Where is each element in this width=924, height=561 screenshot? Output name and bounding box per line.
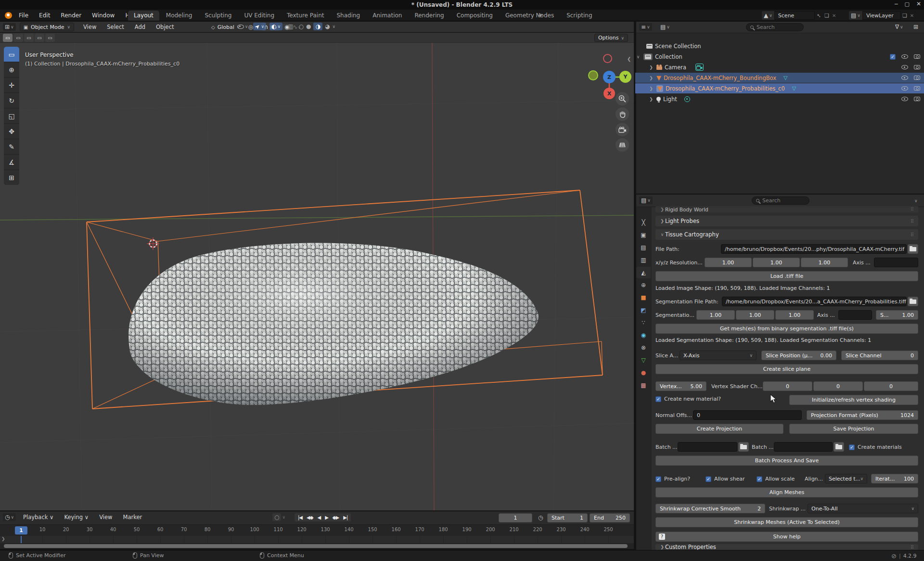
viewlayer-icon[interactable]: ▤∨ bbox=[849, 11, 862, 20]
current-frame-field[interactable]: 1 bbox=[499, 513, 532, 522]
vertex-shader-field-2[interactable]: 0 bbox=[813, 381, 863, 391]
delete-scene-icon[interactable]: ✕ bbox=[831, 13, 837, 18]
outliner-row-collection[interactable]: ∨ Collection ✓ bbox=[635, 52, 924, 62]
end-frame-field[interactable]: End250 bbox=[590, 513, 630, 522]
hide-eye-icon[interactable] bbox=[901, 76, 908, 80]
shrinkwrap-smooth-field[interactable]: Shrinkwrap Corrective Smooth2 bbox=[655, 504, 765, 513]
measure-tool-button[interactable]: ∡ bbox=[4, 155, 19, 170]
workspace-tab-rendering[interactable]: Rendering bbox=[409, 11, 449, 21]
select-box-tool-button[interactable]: ▭ bbox=[4, 47, 19, 62]
minimize-button[interactable]: ─ bbox=[895, 1, 898, 7]
render-visibility-icon[interactable] bbox=[914, 86, 920, 91]
jump-to-end-button[interactable]: ▶| bbox=[341, 514, 349, 521]
select-mode-new-button[interactable]: ▭ bbox=[3, 34, 13, 42]
outliner-filter-button[interactable]: ∇∨ bbox=[893, 23, 905, 31]
properties-tab-object[interactable]: ■ bbox=[636, 292, 651, 303]
viewport[interactable]: User Perspective (1) Collection | Drosop… bbox=[0, 43, 634, 510]
new-scene-icon[interactable]: ❏ bbox=[823, 13, 831, 19]
properties-tab-render[interactable]: ▣ bbox=[636, 229, 651, 241]
start-frame-field[interactable]: Start1 bbox=[547, 513, 588, 522]
scale-tool-button[interactable]: ◱ bbox=[4, 108, 19, 123]
seg-y-field[interactable]: 1.00 bbox=[736, 310, 774, 320]
properties-tab-particles[interactable]: ∵ bbox=[636, 317, 651, 328]
scrollbar-thumb[interactable] bbox=[4, 544, 628, 548]
batch2-browse-button[interactable] bbox=[834, 442, 844, 452]
align-dropdown[interactable]: Selected t...∨ bbox=[825, 474, 867, 483]
hide-eye-icon[interactable] bbox=[901, 65, 908, 69]
batch1-browse-button[interactable] bbox=[738, 442, 749, 452]
shrinkwrap-dropdown[interactable]: One-To-All∨ bbox=[808, 504, 918, 513]
timeline-editor-type-button[interactable]: ◷∨ bbox=[3, 513, 16, 521]
show-overlays-button[interactable]: ◐∨ bbox=[270, 23, 282, 30]
scene-icon[interactable]: ▲∨ bbox=[762, 11, 774, 20]
add-workspace-button[interactable]: + bbox=[532, 11, 549, 21]
batch2-field[interactable] bbox=[774, 442, 833, 452]
render-visibility-icon[interactable] bbox=[914, 76, 920, 80]
panel-custom-properties[interactable]: ❯ Custom Properties⠿ bbox=[655, 544, 918, 550]
allow-scale-checkbox-row[interactable]: ✓ Allow scale bbox=[757, 476, 795, 482]
options-button[interactable]: Options∨ bbox=[594, 34, 628, 42]
properties-options-caret[interactable]: ∨ bbox=[914, 198, 918, 203]
workspace-tab-scripting[interactable]: Scripting bbox=[561, 11, 598, 21]
select-mode-extend-button[interactable]: ▭ bbox=[13, 34, 23, 42]
init-vertex-shading-button[interactable]: Initialize/refresh vertex shading bbox=[789, 395, 918, 405]
stopwatch-icon[interactable]: ◷ bbox=[538, 514, 543, 521]
select-mode-subtract-button[interactable]: ▭ bbox=[24, 34, 34, 42]
workspace-tab-geometry-nodes[interactable]: Geometry Nodes bbox=[500, 11, 560, 21]
panel-tissue-cartography[interactable]: ∨ Tissue Cartography⠿ bbox=[655, 229, 918, 240]
menu-render[interactable]: Render bbox=[55, 12, 87, 19]
vertex-shader-field-3[interactable]: 0 bbox=[864, 381, 918, 391]
outliner-row-light[interactable]: ❯ Light bbox=[635, 94, 924, 104]
get-mesh-button[interactable]: Get mesh(es) from binary segmentation .t… bbox=[655, 324, 918, 334]
prealign-checkbox[interactable]: ✓ bbox=[655, 476, 661, 482]
timeline-menu-marker[interactable]: Marker bbox=[117, 514, 147, 521]
workspace-tab-animation[interactable]: Animation bbox=[367, 11, 408, 21]
outliner-row-probabilities[interactable]: ❯ ▼ Drosophila_CAAX-mCherry_Probabilitie… bbox=[635, 83, 924, 93]
batch-process-button[interactable]: Batch Process And Save bbox=[655, 456, 918, 466]
properties-tab-view-layer[interactable]: ▥ bbox=[636, 254, 651, 266]
workspace-tab-sculpting[interactable]: Sculpting bbox=[199, 11, 237, 21]
pin-icon[interactable]: ➴ bbox=[815, 13, 823, 19]
prealign-checkbox-row[interactable]: ✓ Pre-align? bbox=[655, 476, 690, 482]
x-resolution-field[interactable]: 1.00 bbox=[705, 258, 752, 267]
create-materials-checkbox[interactable]: ✓ bbox=[849, 444, 855, 450]
seg-browse-button[interactable] bbox=[908, 297, 918, 306]
rotate-tool-button[interactable]: ↻ bbox=[4, 93, 19, 108]
menu-window[interactable]: Window bbox=[87, 12, 120, 19]
properties-tab-scene[interactable]: ◭ bbox=[636, 267, 651, 278]
slice-axis-dropdown[interactable]: X-Axis∨ bbox=[680, 351, 757, 360]
show-gizmo-button[interactable]: ➤∨ bbox=[253, 23, 266, 30]
viewport-menu-add[interactable]: Add bbox=[129, 24, 151, 30]
timeline-menu-keying[interactable]: Keying ∨ bbox=[59, 514, 94, 521]
new-viewlayer-icon[interactable]: ❏ bbox=[901, 13, 909, 19]
properties-tab-material[interactable]: ● bbox=[636, 367, 651, 378]
properties-tab-texture[interactable]: ▩ bbox=[636, 379, 651, 391]
panel-hidden-clipped[interactable]: ❯Rigid Body World⠿ bbox=[655, 206, 918, 212]
timeline-menu-view[interactable]: View bbox=[94, 514, 117, 521]
outliner-row-boundingbox[interactable]: ❯ ▼ Drosophila_CAAX-mCherry_BoundingBox … bbox=[635, 73, 924, 83]
shading-rendered-button[interactable]: ◕ bbox=[325, 23, 330, 30]
file-browse-button[interactable] bbox=[908, 244, 918, 254]
pan-view-icon[interactable] bbox=[616, 107, 629, 121]
timeline-ruler[interactable]: 1020304050607080901001101201301401501601… bbox=[0, 524, 634, 536]
outliner-row-scene-collection[interactable]: Scene Collection bbox=[635, 41, 924, 51]
outliner-row-camera[interactable]: ❯ Camera bbox=[635, 62, 924, 72]
allow-shear-checkbox[interactable]: ✓ bbox=[706, 476, 711, 482]
render-visibility-icon[interactable] bbox=[914, 65, 920, 69]
transform-tool-button[interactable]: ✥ bbox=[4, 124, 19, 139]
move-tool-button[interactable]: ✛ bbox=[4, 78, 19, 92]
render-visibility-icon[interactable] bbox=[914, 97, 920, 101]
viewport-menu-select[interactable]: Select bbox=[102, 24, 129, 30]
outliner-search-input[interactable]: Search bbox=[746, 23, 804, 31]
workspace-tab-shading[interactable]: Shading bbox=[331, 11, 366, 21]
mode-dropdown[interactable]: ▣ Object Mode∨ bbox=[20, 23, 74, 31]
hide-eye-icon[interactable] bbox=[901, 86, 908, 91]
add-cube-tool-button[interactable]: ⊞ bbox=[4, 170, 19, 185]
seg-z-field[interactable]: 1.00 bbox=[775, 310, 814, 320]
seg-x-field[interactable]: 1.00 bbox=[696, 310, 735, 320]
vertex-field[interactable]: Vertex...5.00 bbox=[655, 381, 706, 391]
file-path-field[interactable]: /home/bruno/Dropbox/Events/20...phy/Dros… bbox=[721, 244, 907, 254]
expand-icon[interactable]: ❯ bbox=[648, 76, 654, 80]
orthographic-toggle-icon[interactable] bbox=[616, 138, 629, 152]
workspace-tab-uv-editing[interactable]: UV Editing bbox=[238, 11, 280, 21]
